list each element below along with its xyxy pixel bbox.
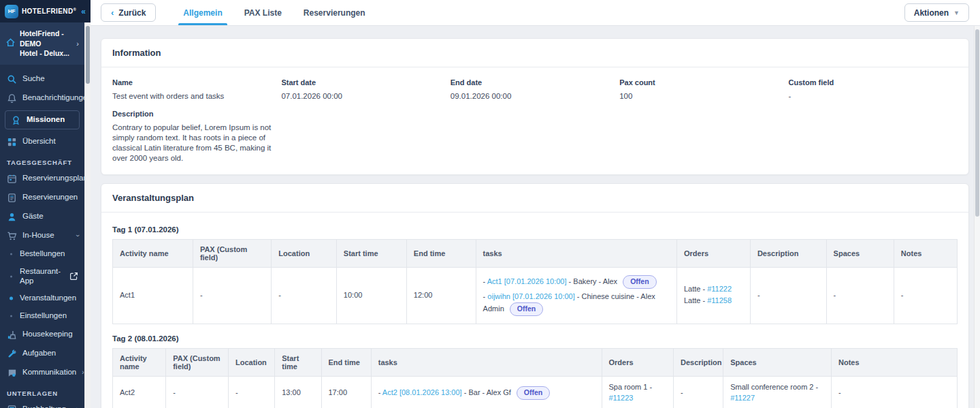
info-field-end-date: End date09.01.2026 00:00: [451, 70, 619, 163]
sidebar-scrollbar[interactable]: [84, 22, 91, 408]
status-badge[interactable]: Offen: [517, 386, 550, 400]
task-link[interactable]: oijwihn [07.01.2026 10:00]: [487, 292, 574, 300]
column-header-description: Description: [673, 349, 723, 377]
sidebar-item-label: Restaurant-App: [20, 267, 61, 286]
field-value: Test event with orders and tasks: [112, 87, 274, 101]
field-value: 100: [619, 87, 781, 101]
sidebar-item-housekeeping[interactable]: Housekeeping: [0, 325, 84, 344]
info-field-custom-field: Custom field-: [789, 70, 958, 163]
task-item: - Act1 [07.01.2026 10:00] - Bakery - Ale…: [483, 275, 670, 289]
document-icon: [6, 192, 17, 203]
column-header-orders: Orders: [602, 349, 673, 377]
info-field-name: NameTest event with orders and tasksDesc…: [112, 70, 281, 163]
chevron-down-icon: ▼: [953, 10, 960, 16]
tab-reservierungen[interactable]: Reservierungen: [294, 0, 375, 25]
order-link[interactable]: #11222: [707, 285, 732, 293]
page-scrollbar[interactable]: [974, 26, 980, 408]
order-item: Latte - #11258: [684, 296, 743, 307]
day-heading: Tag 2 (08.01.2026): [112, 334, 958, 343]
sidebar-item-übersicht[interactable]: Übersicht: [0, 132, 84, 151]
housekeeping-icon: [6, 329, 17, 340]
sidebar-item-buchhaltung[interactable]: Buchhaltung›: [0, 400, 84, 408]
day-table: Activity namePAX (Custom field)LocationS…: [112, 239, 958, 324]
sidebar-item-reservierungen[interactable]: Reservierungen: [0, 188, 84, 207]
sidebar-item-veranstaltungen[interactable]: Veranstaltungen: [0, 289, 84, 307]
hotel-name: HotelFriend - DEMO Hotel - Delux...: [20, 29, 72, 59]
task-link[interactable]: Act2 [08.01.2026 13:00]: [382, 388, 462, 396]
column-header-location: Location: [272, 239, 337, 267]
column-header-end-time: End time: [321, 349, 371, 377]
sidebar-item-reservierungsplan[interactable]: Reservierungsplan: [0, 169, 84, 188]
field-label: Custom field: [789, 70, 951, 87]
field-label: Pax count: [619, 70, 781, 87]
event-plan-panel-title: Veranstaltungsplan: [101, 184, 968, 213]
column-header-notes: Notes: [894, 239, 957, 267]
column-header-start-time: Start time: [275, 349, 321, 377]
sidebar-item-kommunikation[interactable]: Kommunikation›: [0, 363, 84, 382]
column-header-pax-custom-field: PAX (Custom field): [166, 349, 229, 377]
event-plan-panel: Veranstaltungsplan Tag 1 (07.01.2026)Act…: [101, 183, 969, 408]
chevron-right-icon: ›: [76, 405, 78, 408]
field-label: Start date: [281, 70, 443, 87]
sidebar-item-label: Reservierungen: [22, 193, 78, 202]
tab-bar: AllgemeinPAX ListeReservierungen: [172, 0, 376, 25]
sidebar-item-suche[interactable]: Suche: [0, 69, 84, 89]
field-label: End date: [451, 70, 612, 87]
task-item: - oijwihn [07.01.2026 10:00] - Chinese c…: [483, 292, 670, 316]
sidebar-item-bestellungen[interactable]: Bestellungen: [0, 245, 84, 263]
sidebar-nav: SucheBenachrichtigungenMissionenÜbersich…: [0, 65, 84, 408]
task-link[interactable]: Act1 [07.01.2026 10:00]: [487, 277, 567, 285]
spaces-cell: Small conference room 2 - #11227: [723, 377, 832, 408]
sidebar-scrollbar-thumb[interactable]: [86, 26, 90, 84]
sidebar-item-gäste[interactable]: Gäste: [0, 207, 84, 226]
sidebar-item-label: Einstellungen: [20, 311, 67, 321]
order-link[interactable]: #11223: [609, 394, 634, 402]
sidebar-section-tagesgeschäft: TAGESGESCHÄFT: [0, 151, 84, 169]
calculator-icon: [6, 404, 17, 408]
tab-allgemein[interactable]: Allgemein: [174, 0, 231, 25]
sidebar-item-in-house[interactable]: In-House›: [0, 226, 84, 245]
column-header-spaces: Spaces: [723, 349, 832, 377]
user-icon: [6, 211, 17, 222]
location-cell: -: [272, 267, 337, 324]
main-content: Information NameTest event with orders a…: [91, 26, 974, 408]
spaces-cell: -: [826, 267, 894, 324]
sidebar: HF HOTELFRIEND® « HotelFriend - DEMO Hot…: [0, 0, 91, 408]
activity-name-cell: Act2: [113, 377, 166, 408]
sidebar-item-label: Veranstaltungen: [20, 294, 76, 303]
pax-cell: -: [193, 267, 271, 324]
tasks-cell: - Act2 [08.01.2026 13:00] - Bar - Alex G…: [371, 377, 602, 408]
info-field-start-date: Start date07.01.2026 00:00: [281, 70, 450, 163]
brand-name: HOTELFRIEND®: [22, 7, 76, 15]
column-header-notes: Notes: [832, 349, 958, 377]
tab-pax-liste[interactable]: PAX Liste: [235, 0, 291, 25]
description-label: Description: [112, 101, 274, 118]
sidebar-item-einstellungen[interactable]: Einstellungen: [0, 307, 84, 325]
sidebar-item-benachrichtigungen[interactable]: Benachrichtigungen: [0, 89, 84, 108]
grid-icon: [6, 136, 17, 147]
order-link[interactable]: #11258: [707, 296, 732, 304]
info-field-pax-count: Pax count100: [619, 70, 788, 163]
status-badge[interactable]: Offen: [510, 302, 543, 316]
page-scrollbar-thumb[interactable]: [975, 29, 979, 217]
table-row: Act1--10:0012:00- Act1 [07.01.2026 10:00…: [113, 267, 958, 324]
space-link[interactable]: #11227: [730, 394, 755, 402]
sidebar-item-missionen[interactable]: Missionen: [5, 110, 80, 129]
column-header-tasks: tasks: [371, 349, 602, 377]
sidebar-item-label: Kommunikation: [22, 368, 76, 377]
status-badge[interactable]: Offen: [623, 275, 656, 289]
bell-icon: [6, 93, 17, 104]
orders-cell: Latte - #11222Latte - #11258: [676, 267, 750, 324]
chevron-left-icon: ‹: [111, 7, 114, 18]
search-icon: [6, 74, 17, 84]
sidebar-item-restaurant-app[interactable]: Restaurant-App: [0, 263, 84, 290]
sidebar-collapse-icon[interactable]: «: [81, 7, 86, 16]
back-button[interactable]: ‹ Zurück: [101, 3, 156, 22]
sidebar-item-label: Housekeeping: [22, 330, 73, 339]
space-item: Small conference room 2 - #11227: [730, 382, 824, 404]
actions-button[interactable]: Aktionen ▼: [904, 3, 969, 22]
hotel-selector[interactable]: HotelFriend - DEMO Hotel - Delux... ›: [0, 22, 84, 65]
information-panel: Information NameTest event with orders a…: [101, 38, 969, 175]
sidebar-item-aufgaben[interactable]: Aufgaben: [0, 344, 84, 363]
sidebar-item-label: Übersicht: [22, 137, 56, 146]
